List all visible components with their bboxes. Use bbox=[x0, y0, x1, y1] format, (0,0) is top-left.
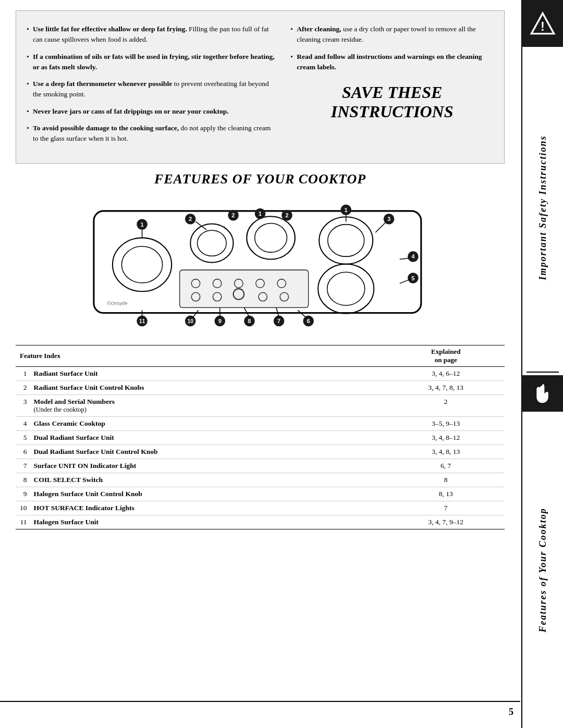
list-item: Use little fat for effective shallow or … bbox=[27, 24, 275, 45]
table-row: 6Dual Radiant Surface Unit Control Knob3… bbox=[16, 445, 505, 459]
feature-name: Radiant Surface Unit Control Knobs bbox=[30, 380, 387, 394]
right-column: After cleaning, use a dry cloth or paper… bbox=[290, 24, 494, 150]
right-bullet-list: After cleaning, use a dry cloth or paper… bbox=[290, 24, 494, 72]
feature-number: 2 bbox=[16, 380, 30, 394]
features-section: FEATURES OF YOUR COOKTOP bbox=[16, 164, 505, 535]
svg-text:!: ! bbox=[541, 20, 545, 33]
page-number: 5 bbox=[509, 707, 513, 718]
svg-line-53 bbox=[193, 311, 198, 317]
svg-text:9: 9 bbox=[218, 318, 222, 324]
feature-name: COIL SELECT Switch bbox=[30, 473, 387, 487]
bottom-line bbox=[0, 701, 520, 702]
feature-table: Feature Index Explained on page 1Radiant… bbox=[16, 345, 505, 529]
feature-name: Halogen Surface Unit bbox=[30, 515, 387, 529]
save-these-heading: SAVE THESE INSTRUCTIONS bbox=[290, 83, 494, 121]
svg-text:2: 2 bbox=[189, 216, 192, 223]
list-item: To avoid possible damage to the cooking … bbox=[27, 123, 275, 144]
feature-name: Surface UNIT ON Indicator Light bbox=[30, 459, 387, 473]
svg-line-65 bbox=[298, 311, 305, 317]
cooktop-diagram: 1 2 2 1 2 1 3 4 bbox=[78, 195, 443, 335]
table-header-feature: Feature Index bbox=[16, 345, 387, 366]
svg-text:11: 11 bbox=[139, 318, 145, 324]
table-row: 7Surface UNIT ON Indicator Light6, 7 bbox=[16, 459, 505, 473]
sidebar-divider bbox=[527, 372, 559, 373]
svg-text:3: 3 bbox=[387, 216, 390, 223]
svg-text:7: 7 bbox=[277, 318, 280, 324]
table-row: 9Halogen Surface Unit Control Knob8, 13 bbox=[16, 487, 505, 501]
list-item: Use a deep fat thermometer whenever poss… bbox=[27, 79, 275, 100]
svg-point-4 bbox=[121, 246, 162, 283]
svg-point-11 bbox=[318, 264, 374, 314]
table-row: 2Radiant Surface Unit Control Knobs3, 4,… bbox=[16, 380, 505, 394]
left-bullet-list: Use little fat for effective shallow or … bbox=[27, 24, 275, 144]
feature-pages: 6, 7 bbox=[387, 459, 505, 473]
main-content: Use little fat for effective shallow or … bbox=[0, 0, 520, 545]
table-row: 10HOT SURFACE Indicator Lights7 bbox=[16, 501, 505, 515]
svg-point-7 bbox=[247, 216, 295, 259]
feature-pages: 7 bbox=[387, 501, 505, 515]
sidebar-important-label: Important Safety Instructions bbox=[537, 47, 548, 369]
svg-text:8: 8 bbox=[248, 318, 251, 324]
svg-point-10 bbox=[328, 225, 364, 257]
svg-text:1: 1 bbox=[140, 221, 143, 228]
table-row: 1Radiant Surface Unit3, 4, 6–12 bbox=[16, 366, 505, 380]
list-item: After cleaning, use a dry cloth or paper… bbox=[290, 24, 494, 45]
table-row: 8COIL SELECT Switch8 bbox=[16, 473, 505, 487]
table-header-page: Explained on page bbox=[387, 345, 505, 366]
sidebar-icon-box bbox=[522, 375, 563, 412]
top-section: Use little fat for effective shallow or … bbox=[16, 10, 505, 164]
feature-name: Model and Serial Numbers(Under the cookt… bbox=[30, 394, 387, 416]
svg-point-9 bbox=[319, 217, 373, 264]
feature-number: 6 bbox=[16, 445, 30, 459]
svg-text:©Onsyde: ©Onsyde bbox=[107, 301, 128, 306]
svg-rect-13 bbox=[180, 270, 309, 307]
right-sidebar: ! Important Safety Instructions Features… bbox=[521, 0, 563, 728]
svg-point-12 bbox=[327, 272, 365, 305]
save-these-box: SAVE THESE INSTRUCTIONS bbox=[290, 83, 494, 121]
feature-name: Glass Ceramic Cooktop bbox=[30, 416, 387, 430]
table-row: 4Glass Ceramic Cooktop3–5, 9–13 bbox=[16, 416, 505, 430]
feature-name: Dual Radiant Surface Unit bbox=[30, 430, 387, 445]
feature-pages: 3–5, 9–13 bbox=[387, 416, 505, 430]
bullet-bold: To avoid possible damage to the cooking … bbox=[33, 124, 179, 132]
features-icon bbox=[530, 380, 556, 406]
feature-name: HOT SURFACE Indicator Lights bbox=[30, 501, 387, 515]
svg-point-5 bbox=[190, 224, 233, 263]
svg-line-44 bbox=[400, 258, 410, 260]
feature-number: 3 bbox=[16, 394, 30, 416]
feature-number: 7 bbox=[16, 459, 30, 473]
svg-text:2: 2 bbox=[231, 212, 235, 218]
feature-pages: 3, 4, 6–12 bbox=[387, 366, 505, 380]
left-column: Use little fat for effective shallow or … bbox=[27, 24, 275, 150]
bullet-bold: Use little fat for effective shallow or … bbox=[33, 25, 187, 33]
feature-pages: 3, 4, 7, 8, 13 bbox=[387, 380, 505, 394]
feature-pages: 8 bbox=[387, 473, 505, 487]
table-row: 5Dual Radiant Surface Unit3, 4, 8–12 bbox=[16, 430, 505, 445]
feature-pages: 3, 4, 8, 13 bbox=[387, 445, 505, 459]
table-row: 3Model and Serial Numbers(Under the cook… bbox=[16, 394, 505, 416]
feature-name: Radiant Surface Unit bbox=[30, 366, 387, 380]
feature-number: 9 bbox=[16, 487, 30, 501]
bullet-bold: If a combination of oils or fats will be… bbox=[33, 53, 275, 71]
feature-number: 11 bbox=[16, 515, 30, 529]
feature-number: 10 bbox=[16, 501, 30, 515]
list-item: If a combination of oils or fats will be… bbox=[27, 52, 275, 73]
sidebar-features-label: Features of Your Cooktop bbox=[537, 412, 548, 729]
feature-name: Halogen Surface Unit Control Knob bbox=[30, 487, 387, 501]
svg-text:1: 1 bbox=[259, 211, 262, 217]
table-row: 11Halogen Surface Unit3, 4, 7, 9–12 bbox=[16, 515, 505, 529]
list-item: Never leave jars or cans of fat dripping… bbox=[27, 106, 275, 117]
svg-text:1: 1 bbox=[345, 207, 348, 213]
svg-point-6 bbox=[198, 230, 227, 256]
feature-sub-text: (Under the cooktop) bbox=[34, 406, 383, 414]
feature-pages: 3, 4, 7, 9–12 bbox=[387, 515, 505, 529]
svg-point-8 bbox=[255, 224, 287, 253]
features-title: FEATURES OF YOUR COOKTOP bbox=[16, 171, 505, 187]
svg-line-41 bbox=[375, 223, 385, 233]
svg-text:2: 2 bbox=[285, 212, 288, 218]
bullet-bold: After cleaning, bbox=[297, 25, 341, 33]
feature-pages: 3, 4, 8–12 bbox=[387, 430, 505, 445]
feature-number: 4 bbox=[16, 416, 30, 430]
feature-number: 1 bbox=[16, 366, 30, 380]
bullet-bold: Read and follow all instructions and war… bbox=[297, 53, 482, 71]
